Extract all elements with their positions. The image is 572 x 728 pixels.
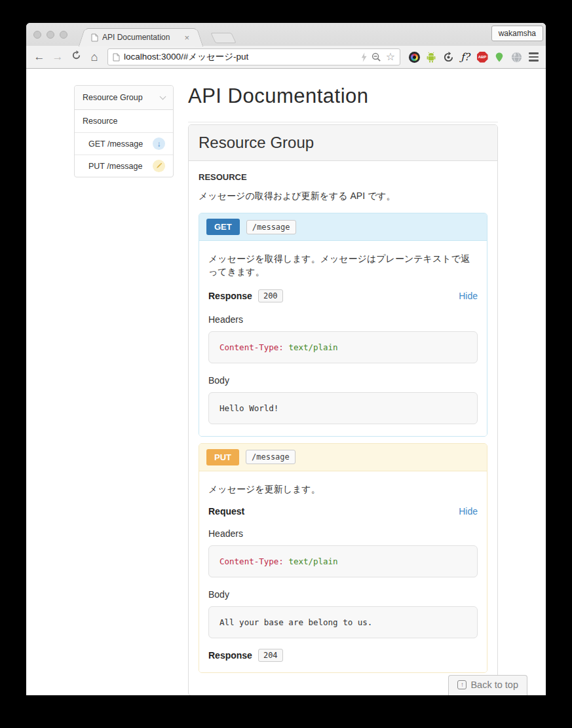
header-key: Content-Type: (219, 556, 284, 566)
main-content: API Documentation Resource Group RESOURC… (188, 78, 498, 695)
put-path-badge: /message (246, 450, 296, 464)
globe-extension-icon[interactable] (509, 50, 524, 64)
close-window-button[interactable] (33, 31, 41, 39)
headers-label: Headers (208, 314, 478, 325)
resource-group-panel: Resource Group RESOURCE メッセージの取得および更新をする… (188, 124, 498, 695)
put-message-panel: PUT /message メッセージを更新します。 Request Hide H… (199, 443, 487, 673)
sidebar-item-label: GET /message (88, 139, 143, 149)
reload-icon[interactable] (68, 50, 84, 64)
page-title: API Documentation (188, 84, 498, 108)
body-code-block: Hello World! (208, 392, 478, 424)
back-icon[interactable]: ← (31, 50, 47, 64)
title-divider (188, 122, 498, 122)
zoom-window-button[interactable] (60, 31, 67, 39)
livereload-extension-icon[interactable] (441, 50, 455, 64)
sidebar-item-label: PUT /message (88, 162, 142, 171)
sidebar-group-header[interactable]: Resource Group (75, 86, 173, 110)
sidebar-item-get-message[interactable]: GET /message ↓ (75, 133, 173, 155)
back-to-top-button[interactable]: ↑ Back to top (448, 675, 527, 695)
resource-description: メッセージの取得および更新をする API です。 (199, 191, 487, 202)
chevron-down-icon (160, 93, 166, 100)
camera-lens-extension-icon[interactable] (407, 50, 421, 64)
android-extension-icon[interactable] (424, 50, 438, 64)
put-panel-header[interactable]: PUT /message (199, 444, 487, 471)
put-verb-badge: PUT (206, 449, 239, 465)
new-tab-button[interactable] (210, 33, 236, 43)
page-icon (113, 53, 120, 62)
map-pin-extension-icon[interactable] (492, 50, 506, 64)
urlbar-actions: ☆ (360, 52, 395, 62)
sidebar-group-label: Resource Group (83, 93, 143, 102)
profile-button[interactable]: wakamsha (491, 26, 543, 41)
put-description: メッセージを更新します。 (208, 482, 478, 496)
get-verb-badge: GET (206, 219, 240, 235)
get-down-arrow-icon: ↓ (153, 137, 165, 150)
body-label: Body (208, 375, 478, 386)
sidebar-item-resource[interactable]: Resource (75, 110, 173, 133)
browser-toolbar: ← → ⌂ localhost:3000/#メッセージ-put (26, 46, 546, 69)
body-code-block: All your base are belong to us. (208, 606, 478, 638)
tab-close-icon[interactable]: × (183, 32, 191, 43)
window-controls (33, 31, 67, 39)
headers-code-block: Content-Type: text/plain (208, 545, 478, 577)
header-value: text/plain (288, 556, 337, 566)
tab-strip: API Documentation × wakamsha (26, 23, 546, 46)
address-bar[interactable]: localhost:3000/#メッセージ-put ☆ (107, 48, 400, 65)
forward-icon: → (50, 50, 66, 64)
bookmark-star-icon[interactable]: ☆ (386, 52, 395, 62)
hide-link[interactable]: Hide (459, 291, 478, 301)
browser-window: API Documentation × wakamsha ← → ⌂ local… (26, 23, 546, 695)
response-code-badge: 200 (258, 289, 283, 302)
headers-code-block: Content-Type: text/plain (208, 331, 478, 363)
zoom-out-icon[interactable] (372, 52, 381, 62)
browser-tab[interactable]: API Documentation × (85, 28, 197, 46)
header-key: Content-Type: (219, 342, 284, 352)
home-icon[interactable]: ⌂ (86, 50, 102, 64)
body-label: Body (208, 589, 478, 600)
fontface-extension-icon[interactable]: ƒ? (458, 50, 472, 64)
adblock-plus-extension-icon[interactable]: ABP (475, 50, 489, 64)
get-message-panel: GET /message メッセージを取得します。メッセージはプレーンテキストで… (199, 213, 487, 437)
page-favicon-icon (91, 33, 98, 42)
response-code-badge: 204 (258, 649, 283, 662)
sidebar-item-put-message[interactable]: PUT /message (75, 155, 173, 177)
page-viewport: Resource Group Resource GET /message ↓ P… (26, 69, 546, 695)
minimize-window-button[interactable] (47, 31, 54, 39)
resource-group-title: Resource Group (199, 134, 487, 152)
request-label: Request (208, 506, 244, 517)
browser-menu-icon[interactable] (526, 50, 541, 64)
up-arrow-icon: ↑ (457, 680, 467, 689)
back-to-top-label: Back to top (470, 680, 518, 690)
get-description: メッセージを取得します。メッセージはプレーンテキストで返ってきます。 (208, 252, 478, 279)
sidebar-nav: Resource Group Resource GET /message ↓ P… (74, 85, 174, 177)
sidebar-item-label: Resource (83, 117, 118, 126)
get-panel-header[interactable]: GET /message (199, 213, 487, 241)
header-value: text/plain (288, 342, 337, 352)
lightning-icon[interactable] (360, 52, 367, 62)
get-path-badge: /message (246, 220, 296, 234)
resource-heading: RESOURCE (199, 172, 487, 182)
response-label: Response (208, 650, 252, 661)
resource-group-header: Resource Group (189, 125, 497, 161)
headers-label: Headers (208, 528, 478, 539)
hide-link[interactable]: Hide (459, 506, 478, 517)
put-pencil-icon (153, 160, 165, 172)
response-label: Response (208, 291, 252, 301)
url-text[interactable]: localhost:3000/#メッセージ-put (124, 51, 360, 63)
tab-title: API Documentation (102, 33, 183, 42)
